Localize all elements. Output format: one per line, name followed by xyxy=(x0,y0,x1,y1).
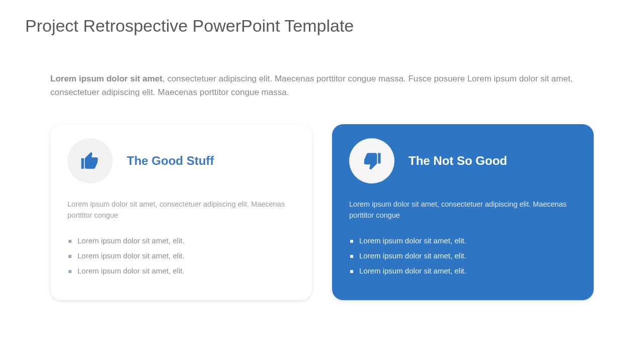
cards-row: The Good Stuff Lorem ipsum dolor sit ame… xyxy=(50,124,594,300)
good-card: The Good Stuff Lorem ipsum dolor sit ame… xyxy=(50,124,312,300)
list-item: Lorem ipsum dolor sit amet, elit. xyxy=(67,263,295,279)
good-card-header: The Good Stuff xyxy=(67,138,295,184)
list-item: Lorem ipsum dolor sit amet, elit. xyxy=(349,263,577,279)
bad-card-desc: Lorem ipsum dolor sit amet, consectetuer… xyxy=(349,199,577,221)
bad-card-title: The Not So Good xyxy=(409,153,507,168)
bad-card: The Not So Good Lorem ipsum dolor sit am… xyxy=(332,124,594,300)
slide: Project Retrospective PowerPoint Templat… xyxy=(0,0,644,362)
list-item: Lorem ipsum dolor sit amet, elit. xyxy=(349,233,577,248)
bad-bullet-list: Lorem ipsum dolor sit amet, elit. Lorem … xyxy=(349,233,577,279)
list-item: Lorem ipsum dolor sit amet, elit. xyxy=(67,233,295,248)
thumbs-down-icon xyxy=(349,138,394,184)
list-item: Lorem ipsum dolor sit amet, elit. xyxy=(67,248,295,263)
good-bullet-list: Lorem ipsum dolor sit amet, elit. Lorem … xyxy=(67,233,295,279)
slide-title: Project Retrospective PowerPoint Templat… xyxy=(25,15,619,37)
thumbs-up-icon xyxy=(67,138,113,184)
list-item: Lorem ipsum dolor sit amet, elit. xyxy=(349,248,577,263)
bad-card-header: The Not So Good xyxy=(349,138,577,184)
good-card-title: The Good Stuff xyxy=(127,153,214,168)
good-card-desc: Lorem ipsum dolor sit amet, consectetuer… xyxy=(67,199,295,221)
intro-text: Lorem ipsum dolor sit amet, consectetuer… xyxy=(50,72,589,99)
intro-bold-text: Lorem ipsum dolor sit amet xyxy=(50,74,163,83)
